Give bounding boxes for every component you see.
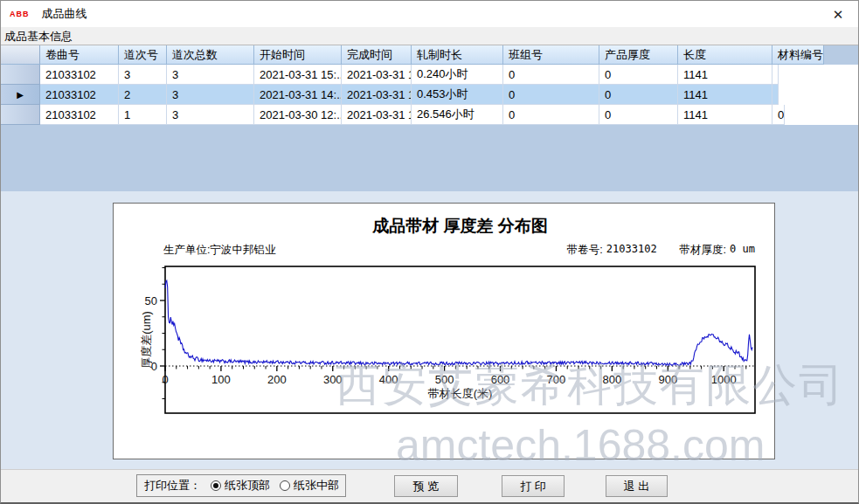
close-button[interactable]: ✕ <box>828 5 848 23</box>
column-header[interactable]: 卷曲号 <box>40 45 119 65</box>
table-cell: 21033102 <box>40 85 119 105</box>
table-cell: 3 <box>119 65 167 85</box>
table-cell: 2021-03-31 15:... <box>342 85 412 105</box>
x-tick-label: 600 <box>491 373 510 386</box>
table-cell: 1141 <box>678 105 772 125</box>
row-selector-cell[interactable] <box>1 65 40 85</box>
column-header[interactable]: 道次号 <box>119 45 167 65</box>
y-tick-label: 50 <box>145 294 157 307</box>
table-cell: 2021-03-31 15:... <box>254 65 342 85</box>
table-cell: 2021-03-31 14:... <box>254 85 342 105</box>
strip-thickness-label: 带材厚度: <box>680 243 726 258</box>
table-row[interactable]: 21033102132021-03-30 12:...2021-03-31 15… <box>1 105 858 125</box>
table-cell: 2021-03-30 12:... <box>254 105 342 125</box>
exit-button[interactable]: 退 出 <box>606 475 668 497</box>
table-cell <box>772 65 779 85</box>
x-tick-label: 500 <box>435 373 454 386</box>
table-cell: 21033102 <box>40 105 119 125</box>
table-cell: 0.453小时 <box>412 85 503 105</box>
thickness-curve <box>165 280 752 365</box>
table-cell: 2 <box>119 85 167 105</box>
table-cell: 0 <box>503 105 599 125</box>
radio-icon <box>280 480 290 491</box>
x-tick-label: 900 <box>658 373 677 386</box>
close-icon: ✕ <box>833 8 844 21</box>
print-position-label: 打印位置： <box>144 478 201 494</box>
coil-number-label: 带卷号: <box>567 243 603 258</box>
row-selector-cell[interactable] <box>1 105 40 125</box>
preview-button[interactable]: 预 览 <box>394 475 458 497</box>
content-panel: 成品带材 厚度差 分布图 生产单位:宁波中邦铝业 带卷号: 21033102 带… <box>1 191 858 470</box>
table-corner-cell[interactable] <box>1 45 40 65</box>
radio-label: 纸张顶部 <box>225 478 270 494</box>
table-cell: 0 <box>772 105 785 125</box>
x-tick-label: 200 <box>267 373 287 386</box>
table-cell: 0 <box>503 65 599 85</box>
x-tick-label: 1000 <box>711 373 737 386</box>
row-selector-arrow-icon: ▶ <box>17 90 24 100</box>
producer-label: 生产单位:宁波中邦铝业 <box>163 243 275 258</box>
table-cell: 0 <box>599 85 678 105</box>
y-axis-label: 厚度差(um) <box>140 311 153 369</box>
chart-title: 成品带材 厚度差 分布图 <box>165 215 755 238</box>
x-tick-label: 300 <box>323 373 343 386</box>
table-cell: 2021-03-31 15:... <box>342 65 412 85</box>
column-header[interactable]: 轧制时长 <box>412 45 503 65</box>
table-cell: 3 <box>167 65 254 85</box>
table-cell: 0.240小时 <box>412 65 503 85</box>
row-selector-cell[interactable]: ▶ <box>1 85 40 105</box>
print-button[interactable]: 打 印 <box>502 475 565 497</box>
x-tick-label: 0 <box>162 373 168 386</box>
table-cell: 1 <box>119 105 167 125</box>
print-position-radios: 纸张顶部纸张中部 <box>201 478 339 494</box>
x-tick-label: 400 <box>379 373 398 386</box>
basic-info-label: 成品基本信息 <box>4 29 73 45</box>
table-row[interactable]: 21033102332021-03-31 15:...2021-03-31 15… <box>1 65 858 85</box>
x-axis-label: 带材长度(米) <box>428 387 493 400</box>
finished-product-curve-window: ABB 成品曲线 ✕ 成品基本信息 卷曲号道次号道次总数开始时间完成时间轧制时长… <box>0 0 859 504</box>
table-cell: 0 <box>599 105 678 125</box>
data-table: 卷曲号道次号道次总数开始时间完成时间轧制时长班组号产品厚度长度材料编号21033… <box>1 45 858 192</box>
window-titlebar: ABB 成品曲线 ✕ <box>1 1 858 27</box>
radio-paper-top[interactable]: 纸张顶部 <box>211 478 270 494</box>
window-title: 成品曲线 <box>42 6 87 22</box>
column-header[interactable]: 长度 <box>678 45 772 65</box>
column-header[interactable]: 产品厚度 <box>599 45 678 65</box>
column-header[interactable]: 道次总数 <box>167 45 254 65</box>
column-header[interactable]: 班组号 <box>503 45 599 65</box>
radio-paper-middle[interactable]: 纸张中部 <box>280 478 339 494</box>
table-cell: 0 <box>599 65 678 85</box>
x-tick-label: 100 <box>211 373 231 386</box>
table-cell <box>772 85 779 105</box>
strip-thickness-value: 0 um <box>730 243 755 258</box>
table-cell: 3 <box>167 105 254 125</box>
table-cell: 2021-03-31 15:... <box>342 105 412 125</box>
footer-bar: 打印位置： 纸张顶部纸张中部 预 览 打 印 退 出 <box>1 469 858 502</box>
coil-number-value: 21033102 <box>606 243 657 258</box>
table-cell: 3 <box>167 85 254 105</box>
table-cell: 0 <box>503 85 599 105</box>
x-tick-label: 800 <box>603 373 622 386</box>
chart-panel: 成品带材 厚度差 分布图 生产单位:宁波中邦铝业 带卷号: 21033102 带… <box>113 203 775 459</box>
abb-logo: ABB <box>10 10 30 18</box>
table-cell: 1141 <box>678 85 772 105</box>
table-row[interactable]: ▶21033102232021-03-31 14:...2021-03-31 1… <box>1 85 858 105</box>
radio-icon <box>211 480 221 491</box>
basic-info-groupbox: 成品基本信息 <box>1 27 858 45</box>
table-cell: 21033102 <box>40 65 119 85</box>
column-header[interactable]: 开始时间 <box>254 45 342 65</box>
thickness-curve-plot: 01002003004005006007008009001000050带材长度(… <box>140 260 765 435</box>
table-cell: 26.546小时 <box>412 105 503 125</box>
radio-label: 纸张中部 <box>294 478 339 494</box>
chart-header: 生产单位:宁波中邦铝业 带卷号: 21033102 带材厚度: 0 um <box>163 243 755 258</box>
table-cell: 1141 <box>678 65 772 85</box>
column-header[interactable]: 材料编号 <box>772 45 824 65</box>
print-position-groupbox: 打印位置： 纸张顶部纸张中部 <box>136 474 346 497</box>
table-header-row: 卷曲号道次号道次总数开始时间完成时间轧制时长班组号产品厚度长度材料编号 <box>1 45 858 65</box>
column-header[interactable]: 完成时间 <box>342 45 412 65</box>
x-tick-label: 700 <box>547 373 566 386</box>
